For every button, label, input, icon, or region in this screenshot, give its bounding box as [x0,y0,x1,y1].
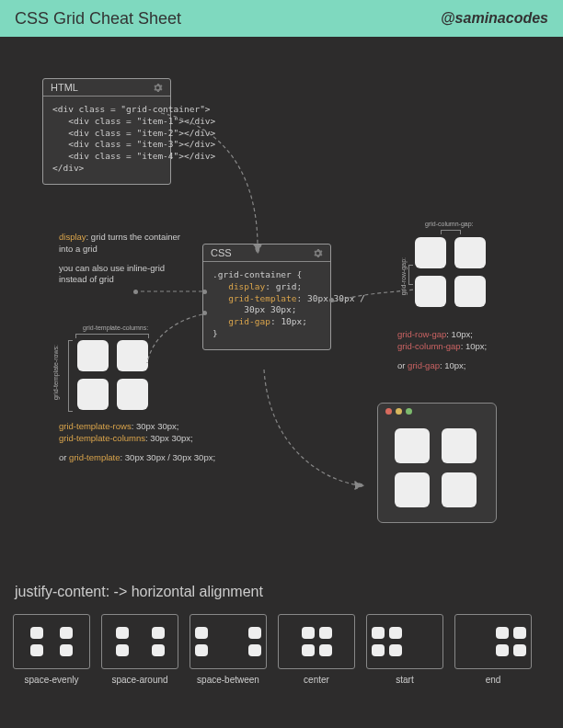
arrow-css-to-gap [331,288,419,310]
label-grid-template-rows: grid-template-rows: [52,345,59,400]
css-code: .grid-container { display: grid; grid-te… [203,262,330,349]
note-grid-gap: grid-row-gap: 10px; grid-column-gap: 10p… [397,329,554,371]
jc-end: end [454,614,532,685]
arrow-css-to-note-display [136,285,205,298]
grid-cell [442,428,477,463]
brace-columns [75,334,149,338]
svg-marker-1 [355,482,364,489]
justify-content-title: justify-content: -> horizontal alignment [15,584,263,600]
connector-dot [133,290,138,294]
grid-cell [454,237,486,268]
svg-marker-0 [254,245,261,254]
jc-center: center [278,614,355,685]
brace-rows [68,340,73,412]
html-panel-title: HTML [51,82,78,93]
page-title: CSS Grid Cheat Sheet [15,9,181,28]
gear-icon [313,248,323,258]
html-code: <div class = "grid-container"> <div clas… [43,97,170,184]
close-dot-icon [385,408,392,415]
label-grid-column-gap: grid-column-gap: [425,221,474,227]
header: CSS Grid Cheat Sheet @saminacodes [0,0,563,37]
gear-icon [153,83,163,93]
demo-grid-template [77,340,149,410]
grid-cell [395,472,430,507]
window-chrome [378,404,496,419]
grid-cell [415,276,446,307]
justify-content-row: space-evenly space-around space-between … [13,614,550,685]
note-grid-template: grid-template-rows: 30px 30px; grid-temp… [59,421,261,463]
connector-dot [329,298,334,302]
main: HTML <div class = "grid-container"> <div… [0,37,563,728]
grid-cell [77,379,109,410]
grid-cell [395,428,430,463]
author-handle: @saminacodes [441,10,548,27]
brace-row-gap [408,265,413,285]
brace-column-gap [441,230,461,234]
css-code-panel: CSS .grid-container { display: grid; gri… [202,244,331,350]
jc-space-around: space-around [101,614,178,685]
html-code-panel: HTML <div class = "grid-container"> <div… [42,78,171,185]
jc-space-evenly: space-evenly [13,614,90,685]
arrow-html-to-css [156,108,276,256]
label-grid-template-columns: grid-template-columns: [83,324,148,331]
grid-cell [117,379,148,410]
minimize-dot-icon [396,408,402,415]
grid-cell [442,472,477,507]
connector-dot [202,311,207,315]
arrow-css-to-output [259,368,370,496]
grid-cell [415,237,446,268]
jc-space-between: space-between [190,614,267,685]
grid-cell [77,340,109,371]
grid-cell [454,276,486,307]
arrow-css-to-template [143,313,207,368]
maximize-dot-icon [406,408,412,415]
output-window [377,403,497,523]
demo-grid-gap [415,237,487,307]
jc-start: start [366,614,443,685]
